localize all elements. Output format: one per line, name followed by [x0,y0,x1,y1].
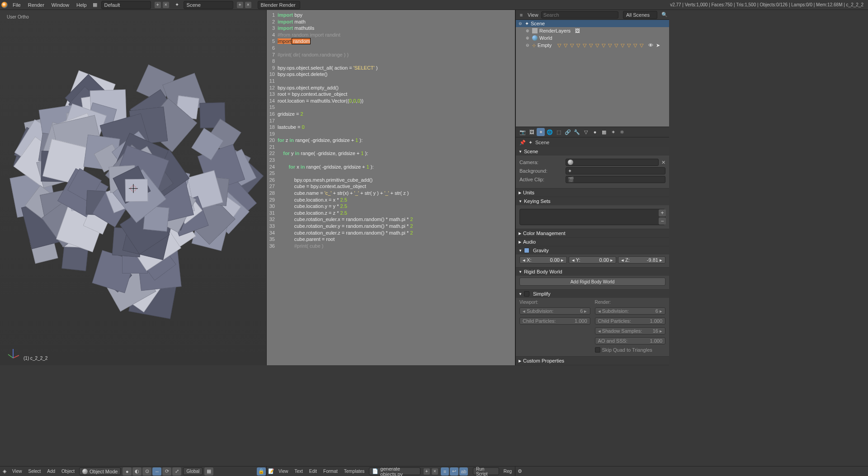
manipulator-scale-icon[interactable]: ⤢ [172,467,181,476]
pivot-icon[interactable]: ⊙ [142,467,151,476]
lock-camera-icon[interactable]: 🔒 [257,467,266,476]
render-childp-field[interactable]: Child Particles:1.000 [595,317,666,325]
background-field[interactable]: ✦ [566,167,665,174]
text-linenum-icon[interactable]: ≡ [441,467,449,476]
v-menu-add[interactable]: Add [44,467,58,476]
panel-custom-header[interactable]: ▶Custom Properties [516,357,669,365]
render-subdiv-field[interactable]: ◂ Subdivision:6 ▸ [595,307,666,315]
manipulator-rotate-icon[interactable]: ⟳ [162,467,171,476]
t-menu-view[interactable]: View [275,467,292,476]
tree-row-world[interactable]: ⊕World [516,34,669,42]
shading-dropdown-icon[interactable]: ◐ [132,467,142,476]
t-menu-text[interactable]: Text [292,467,306,476]
tab-modifiers-icon[interactable]: 🔧 [573,128,581,136]
tab-render-icon[interactable]: 📷 [519,128,527,136]
code-body[interactable]: import bpyimport mathimport mathutils#fr… [278,12,515,249]
panel-gravity-header[interactable]: ▼Gravity [516,246,669,254]
viewport-childp-field[interactable]: Child Particles:1.000 [519,317,590,325]
v-menu-select[interactable]: Select [25,467,44,476]
skip-quad-checkbox[interactable] [595,347,600,353]
tab-renderlayers-icon[interactable]: 🖼 [528,128,536,136]
simplify-checkbox[interactable] [524,291,529,297]
menu-file[interactable]: File [9,0,24,10]
shading-sphere-icon[interactable]: ● [123,467,132,476]
t-menu-templates[interactable]: Templates [341,467,368,476]
orientation-dropdown[interactable]: Global [183,467,203,475]
tab-particles-icon[interactable]: ✶ [609,128,617,136]
text-syntax-icon[interactable]: ab [459,467,468,476]
v-menu-object[interactable]: Object [58,467,78,476]
tab-scene-icon[interactable]: ✦ [537,128,545,136]
render-ao-field[interactable]: AO and SSS:1.000 [595,337,666,344]
scene-remove-button[interactable]: × [245,2,251,8]
scene-dropdown[interactable]: Scene [184,1,233,9]
tab-physics-icon[interactable]: ⚛ [618,128,626,136]
tree-row-empty[interactable]: ⊖⊹Empty▽▽▽▽▽▽▽▽▽▽▽▽▽▽👁➤ [516,42,669,49]
gravity-z-field[interactable]: ◂ Z:-9.81 ▸ [618,256,665,264]
t-menu-edit[interactable]: Edit [306,467,320,476]
layout-remove-button[interactable]: × [163,2,169,8]
text-editor[interactable]: 1234567891011121314151617181920212223242… [267,10,515,365]
text-datablock-field[interactable]: 📄generate objects.py [369,467,420,475]
add-rigid-body-button[interactable]: Add Rigid Body World [519,278,665,286]
tree-row-scene[interactable]: ⊖✦Scene [516,20,669,27]
layout-icon[interactable]: ▦ [91,1,99,9]
properties-body[interactable]: ▼Scene Camera:✕ Background:✦ Active Clip… [516,147,669,365]
outliner-menu-view[interactable]: View [528,12,538,18]
camera-clear-icon[interactable]: ✕ [661,160,665,165]
tree-row-renderlayers[interactable]: ⊕RenderLayers🖼 [516,27,669,34]
outliner-filter-icon[interactable]: 🔍 [661,11,668,19]
info-editor-icon[interactable] [1,1,8,9]
v-menu-view[interactable]: View [9,467,25,476]
render-shadow-field[interactable]: ◂ Shadow Samples:16 ▸ [595,327,666,335]
run-script-button[interactable]: Run Script [473,467,499,475]
panel-simplify-header[interactable]: ▼Simplify [516,290,669,298]
panel-color-header[interactable]: ▶Color Management [516,229,669,237]
keying-add-button[interactable]: + [659,209,666,217]
text-remove-button[interactable]: × [432,468,438,475]
camera-field[interactable] [566,159,659,166]
screen-layout-dropdown[interactable]: Default [101,1,151,9]
tab-texture-icon[interactable]: ▩ [600,128,608,136]
text-add-button[interactable]: + [424,468,430,475]
gravity-checkbox[interactable] [524,248,529,253]
tab-constraints-icon[interactable]: 🔗 [564,128,572,136]
layout-add-button[interactable]: + [155,2,161,8]
gravity-y-field[interactable]: ◂ Y:0.00 ▸ [569,256,616,264]
tab-data-icon[interactable]: ▽ [582,128,590,136]
panel-units-header[interactable]: ▶Units [516,189,669,197]
menu-render[interactable]: Render [24,0,48,10]
outliner-filter-dropdown[interactable]: All Scenes [623,11,657,19]
outliner-search-input[interactable] [541,11,618,19]
menu-help[interactable]: Help [73,0,90,10]
register-label[interactable]: Reg [500,467,515,476]
panel-rigid-header[interactable]: ▼Rigid Body World [516,268,669,276]
pin-icon[interactable]: 📌 [519,140,526,146]
mode-dropdown[interactable]: Object Mode [79,467,121,475]
text-editor-icon[interactable]: 📝 [268,468,274,475]
manipulator-translate-icon[interactable]: ↔ [152,467,161,476]
panel-keying-header[interactable]: ▼Keying Sets [516,197,669,205]
panel-scene-header[interactable]: ▼Scene [516,147,669,156]
outliner-editor-icon[interactable]: ≡ [518,11,525,19]
viewport-subdiv-field[interactable]: ◂ Subdivision:6 ▸ [519,307,590,315]
keying-remove-button[interactable]: − [659,217,666,225]
view3d-editor-icon[interactable]: ◈ [1,468,8,475]
render-engine-dropdown[interactable]: Blender Render [258,1,300,9]
tab-world-icon[interactable]: 🌐 [546,128,554,136]
text-wordwrap-icon[interactable]: ↩ [450,467,458,476]
tab-material-icon[interactable]: ● [591,128,599,136]
tab-object-icon[interactable]: ⬚ [555,128,563,136]
3d-viewport[interactable]: User Ortho (1) c_2_2_2 [0,10,267,365]
properties-editor-icon[interactable]: ⚙ [516,468,524,475]
gravity-x-field[interactable]: ◂ X:0.00 ▸ [519,256,567,264]
scene-add-button[interactable]: + [237,2,243,8]
keying-sets-list[interactable]: + − [519,209,665,225]
outliner-tree[interactable]: ⊖✦Scene⊕RenderLayers🖼⊕World⊖⊹Empty▽▽▽▽▽▽… [516,20,669,127]
panel-audio-header[interactable]: ▶Audio [516,238,669,246]
activeclip-field[interactable]: 🎬 [566,176,665,183]
menu-window[interactable]: Window [48,0,73,10]
t-menu-format[interactable]: Format [320,467,341,476]
scene-icon[interactable]: ✦ [174,1,181,9]
layers-icon[interactable]: ▦ [204,467,213,476]
